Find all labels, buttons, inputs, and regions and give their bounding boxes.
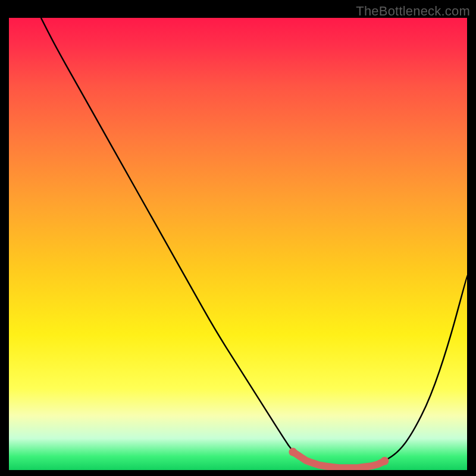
chart-frame: { "watermark": { "text": "TheBottleneck.… <box>0 0 476 476</box>
watermark-label: TheBottleneck.com <box>356 4 470 19</box>
gradient-rect <box>9 18 467 470</box>
gradient-background <box>9 18 467 470</box>
plot-area <box>9 18 467 470</box>
